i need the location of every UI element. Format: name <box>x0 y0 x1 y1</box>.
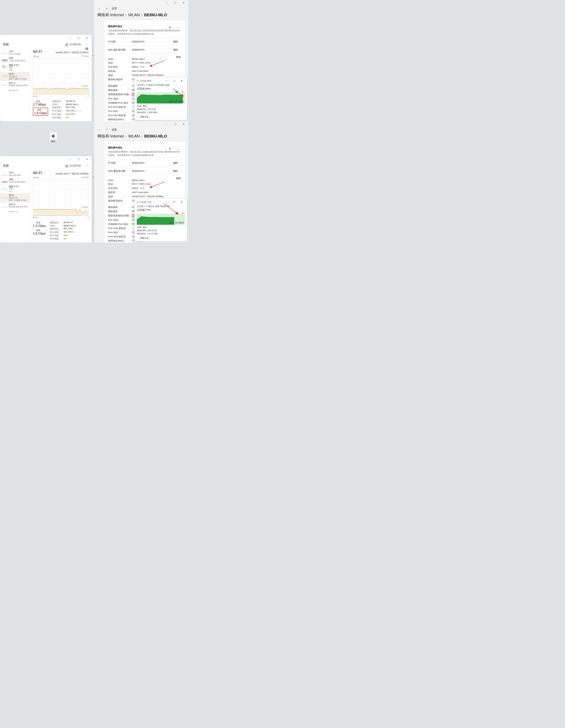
sidebar-item-disk[interactable]: 磁盘 0 (C:)SSD1% <box>0 184 30 193</box>
chevron-up-icon: ⌃ <box>137 116 139 118</box>
titlebar: ─ ☐ ✕ <box>0 35 92 41</box>
wifi-details-table: 适配器名:WLAN 10 SSID:BE86U-MLO 连接类型:802.11b… <box>52 100 82 119</box>
summary-toggle[interactable]: ⌃简略信息 <box>137 237 185 240</box>
chevron-down-icon: ⌄ <box>177 26 179 29</box>
copy-description: 正在将 1 个项目从 08 复制到 桌面 <box>135 84 187 87</box>
sidebar-item-cpu[interactable]: CPU6% 3.70 GHz <box>0 49 30 56</box>
random-mac-dropdown[interactable]: 关⌄ <box>167 25 181 30</box>
sidebar-item-cpu[interactable]: CPU4% 2.83 GHz <box>0 171 30 177</box>
minimize-button[interactable]: ─ <box>163 121 171 127</box>
close-button[interactable]: ✕ <box>178 79 185 83</box>
menu-button[interactable]: ≡ <box>105 128 109 132</box>
svg-rect-9 <box>2 197 8 199</box>
sidebar-item-wifi[interactable]: Wi-FiWLAN 10发送: 1.3 接收: 0 Gbps <box>0 193 30 202</box>
close-button[interactable]: ✕ <box>180 0 188 6</box>
sidebar-item-memory[interactable]: 内存7.4/31.8 GB (23%) <box>0 56 30 63</box>
close-button[interactable]: ✕ <box>178 200 185 204</box>
back-button[interactable]: ← <box>97 128 102 132</box>
desktop-file-icon[interactable]: 测试 <box>50 132 57 143</box>
send-rate: 发送 2.7 Mbps <box>33 100 48 106</box>
note-badge: N <box>86 48 88 50</box>
run-new-task-label: 运行新任务 <box>69 43 81 46</box>
graph-title: Wi-Fi <box>33 49 42 54</box>
close-button[interactable]: ✕ <box>83 35 91 41</box>
gpu-sparkline <box>2 82 8 87</box>
minimize-button[interactable]: ─ <box>66 35 74 41</box>
mem-sparkline <box>2 57 8 62</box>
sidebar-item-gpu[interactable]: GPU 0NVIDIA GeForce RTX .19% (36 °C) <box>0 81 30 93</box>
disk-sparkline <box>2 64 8 69</box>
menu-button[interactable]: ≡ <box>105 6 109 11</box>
maximize-button[interactable]: ☐ <box>171 79 178 83</box>
summary-toggle[interactable]: ⌃简略信息 <box>137 116 185 118</box>
recv-rate-highlight: 接收 1.8 Gbps <box>33 108 48 116</box>
random-mac-dropdown[interactable]: 关⌄ <box>167 146 181 152</box>
copy-dialog: ◷已完成 77% ─☐✕ 正在将 1 个项目从 桌面 复制到 08 已完成 77… <box>135 199 187 241</box>
more-button[interactable]: ··· <box>86 164 89 167</box>
clock-icon: ◷ <box>137 80 139 82</box>
performance-sidebar: CPU6% 3.70 GHz 内存7.4/31.8 GB (23%) 磁盘 0 … <box>0 49 30 121</box>
chevron-down-icon: ⌄ <box>177 147 179 150</box>
minimize-button[interactable]: ─ <box>66 157 74 162</box>
throughput-chart[interactable]: 2 Gbps <box>33 180 89 216</box>
copy-dialog: ◷已完成 95% ─☐✕ 正在将 1 个项目从 08 复制到 桌面 已完成 95… <box>135 77 187 120</box>
breadcrumb-ssid: BE86U-MLO <box>144 13 167 17</box>
edit-ip-button[interactable]: 编辑 <box>169 39 182 44</box>
breadcrumb-wlan[interactable]: WLAN <box>128 13 140 17</box>
signal-bars-icon <box>66 116 68 118</box>
svg-rect-2 <box>2 76 8 77</box>
sidebar-item-disk[interactable]: 磁盘 0 (C:)SSD29% <box>0 63 30 72</box>
run-icon <box>65 164 68 167</box>
maximize-button[interactable]: ☐ <box>171 0 179 6</box>
settings-title: 设置 <box>112 7 117 10</box>
more-button[interactable]: ··· <box>86 43 89 46</box>
throughput-chart[interactable]: 2 Gbps <box>33 59 89 95</box>
minimize-button[interactable]: ─ <box>163 200 170 204</box>
task-manager-window: ─ ☐ ✕ 性能 运行新任务 ··· N CPU6% 3.70 GHz <box>0 35 92 121</box>
sidebar-item-wifi[interactable]: Wi-FiWLAN 10发送: 0 接收: 1.8 Gbps <box>0 72 30 81</box>
edit-dns-button[interactable]: 编辑 <box>169 47 182 53</box>
cpu-sparkline <box>2 50 8 55</box>
wifi-graph-panel: Wi-Fi Intel(R) Wi-Fi 7 BE200 320MHz 吞吐量1… <box>30 49 92 121</box>
run-icon <box>65 43 68 46</box>
svg-rect-7 <box>66 166 68 167</box>
copy-speed-chart: 速度: 213 MB/秒 <box>137 93 185 104</box>
breadcrumb: 网络和 Internet › WLAN › BE86U-MLO <box>94 11 189 20</box>
run-new-task-button[interactable]: 运行新任务 <box>63 42 83 47</box>
minimize-button[interactable]: ─ <box>163 0 171 6</box>
maximize-button[interactable]: ☐ <box>171 200 178 204</box>
maximize-button[interactable]: ☐ <box>75 157 83 162</box>
clock-icon: ◷ <box>137 201 139 203</box>
back-button[interactable]: ← <box>97 6 102 11</box>
chevron-up-icon: ⌃ <box>137 237 139 239</box>
svg-rect-0 <box>66 45 68 46</box>
run-new-task-button[interactable]: 运行新任务 <box>63 163 83 168</box>
svg-rect-1 <box>2 60 8 61</box>
adapter-name: Intel(R) Wi-Fi 7 BE200 320MHz <box>55 51 89 54</box>
edit-ip-button[interactable]: 编辑 <box>169 160 182 166</box>
maximize-button[interactable]: ☐ <box>171 121 179 127</box>
maximize-button[interactable]: ☐ <box>75 35 83 41</box>
close-button[interactable]: ✕ <box>180 121 188 127</box>
close-button[interactable]: ✕ <box>83 157 91 162</box>
signal-bars-icon <box>64 237 66 239</box>
copy-speed-chart: 速度: 152 MB/秒 <box>137 214 185 225</box>
edit-dns-button[interactable]: 编辑 <box>169 168 182 174</box>
task-manager-window: ─ ☐ ✕ 性能 运行新任务 ··· CPU4% 2.83 GHz <box>0 156 92 243</box>
performance-tab-title: 性能 <box>3 43 9 46</box>
sidebar-item-gpu[interactable]: GPU 0NVIDIA GeForce RTX .6% (35 °C) <box>0 202 30 214</box>
wifi-sparkline <box>2 73 8 77</box>
sidebar-item-memory[interactable]: 内存6.5/31.8 GB (20%) <box>0 177 30 184</box>
svg-rect-8 <box>2 181 8 183</box>
breadcrumb-network[interactable]: 网络和 Internet <box>97 12 124 18</box>
copy-button[interactable]: 复制 <box>176 177 181 180</box>
copy-button[interactable]: 复制 <box>176 55 181 59</box>
minimize-button[interactable]: ─ <box>163 79 170 83</box>
